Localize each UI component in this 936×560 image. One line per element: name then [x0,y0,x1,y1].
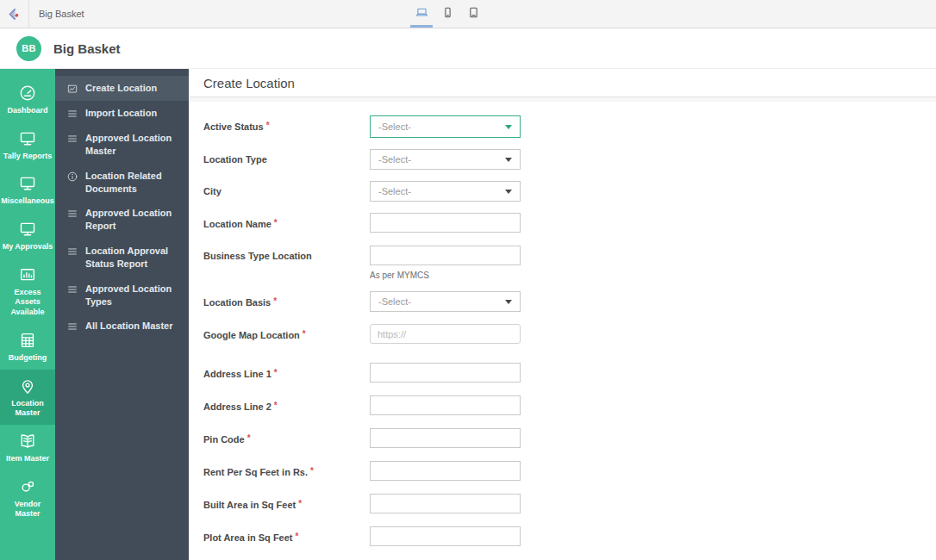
required-asterisk: * [247,433,251,443]
sidebar-item-my-approvals[interactable]: My Approvals [0,213,55,258]
secondary-sidebar: Create LocationImport LocationApproved L… [55,69,189,560]
field-control: -Select- [370,149,521,170]
device-tablet[interactable] [460,0,486,28]
submenu-item-import-location[interactable]: Import Location [55,101,189,126]
caret-down-icon [505,158,512,162]
submenu-item-create-location[interactable]: Create Location [55,76,189,101]
field-label-business-type-location: Business Type Location [203,246,370,266]
top-bar: Big Basket [0,0,936,28]
sidebar-item-label: Dashboard [7,106,47,116]
input-pin-code[interactable] [370,428,521,448]
submenu-item-label: Approved Location Master [85,132,182,158]
chart-board-icon [18,265,37,284]
input-location-name[interactable] [370,213,521,233]
avatar[interactable]: BB [16,36,41,61]
form-row-city: City-Select- [203,181,936,202]
tablet-icon [466,5,481,23]
field-control: -Select- [370,181,521,202]
submenu-item-label: Location Approval Status Report [85,245,182,271]
field-control [370,428,521,448]
field-control [370,494,521,513]
submenu-item-label: Import Location [85,107,157,120]
required-asterisk: * [303,329,306,339]
app-body: DashboardTally ReportsMiscellaneousMy Ap… [0,69,936,560]
select-location-type[interactable]: -Select- [370,149,521,170]
input-business-type-location[interactable] [370,246,521,265]
select-active-status[interactable]: -Select- [370,115,521,138]
book-icon [18,432,37,451]
required-asterisk: * [274,218,278,227]
chevron-logo-icon [6,6,22,22]
select-city[interactable]: -Select- [370,181,521,202]
field-control [370,395,521,415]
form-row-location-type: Location Type-Select- [203,149,936,170]
submenu-item-location-related-documents[interactable]: Location Related Documents [55,164,189,202]
submenu-item-label: All Location Master [85,320,172,333]
laptop-icon [415,5,429,23]
submenu-item-label: Approved Location Report [85,207,182,233]
input-built-area-in-sq-feet[interactable] [370,494,521,513]
sidebar-item-budgeting[interactable]: Budgeting [0,324,55,370]
input-google-map-location[interactable] [370,324,521,344]
sidebar-item-item-master[interactable]: Item Master [0,425,55,470]
field-label-address-line-2: Address Line 2* [203,395,370,417]
sidebar-item-label: Location Master [2,399,53,419]
form-row-active-status: Active Status*-Select- [203,115,936,138]
input-address-line-2[interactable] [370,395,521,415]
sidebar-item-excess-assets-available[interactable]: Excess Assets Available [0,258,55,324]
input-rent-per-sq-feet-in-rs[interactable] [370,461,521,481]
device-preview-switcher [409,0,486,28]
field-label-location-type: Location Type [203,149,370,170]
sidebar-item-miscellaneous[interactable]: Miscellaneous [0,167,55,213]
input-address-line-1[interactable] [370,363,521,383]
vendor-icon [18,477,37,496]
spreadsheet-icon [18,331,37,350]
sidebar-item-tally-reports[interactable]: Tally Reports [0,122,55,168]
submenu-item-all-location-master[interactable]: All Location Master [55,314,189,339]
helper-text: As per MYMCS [370,271,521,280]
form-row-google-map-location: Google Map Location* [203,324,936,345]
sidebar-item-label: Tally Reports [3,152,52,162]
form-row-location-name: Location Name* [203,213,936,234]
app-header: BB Big Basket [0,28,936,69]
monitor-icon [18,220,37,239]
submenu-item-approved-location-master[interactable]: Approved Location Master [55,126,189,164]
field-control: -Select- [370,115,521,138]
submenu-item-approved-location-types[interactable]: Approved Location Types [55,277,189,314]
app-logo[interactable] [0,0,29,28]
required-asterisk: * [296,532,299,541]
field-label-pin-code: Pin Code* [203,428,370,450]
caret-down-icon [505,125,512,129]
select-location-basis[interactable]: -Select- [370,291,521,312]
device-laptop[interactable] [409,0,434,28]
sidebar-item-location-master[interactable]: Location Master [0,370,55,425]
device-phone[interactable] [434,0,460,28]
submenu-item-approved-location-report[interactable]: Approved Location Report [55,201,189,239]
field-label-location-basis: Location Basis* [203,291,370,313]
sidebar-item-dashboard[interactable]: Dashboard [0,77,55,122]
sidebar-item-label: Vendor Master [2,500,53,520]
required-asterisk: * [310,466,314,476]
primary-sidebar: DashboardTally ReportsMiscellaneousMy Ap… [0,69,55,560]
input-plot-area-in-sq-feet[interactable] [370,526,521,546]
select-value: -Select- [378,296,411,307]
list-icon [66,320,78,333]
field-label-google-map-location: Google Map Location* [203,324,370,345]
content-header: Create Location [189,69,936,97]
field-control [370,213,521,233]
field-label-city: City [203,181,370,202]
sidebar-item-label: Budgeting [9,353,47,364]
form-row-plot-area-in-sq-feet: Plot Area in Sq Feet* [203,526,936,548]
sidebar-item-label: Miscellaneous [1,196,54,207]
monitor-icon [18,129,37,148]
sidebar-item-label: My Approvals [3,242,53,252]
field-label-plot-area-in-sq-feet: Plot Area in Sq Feet* [203,526,370,548]
form-row-address-line-2: Address Line 2* [203,395,936,417]
list-icon [66,246,78,258]
sidebar-item-vendor-master[interactable]: Vendor Master [0,470,55,526]
form-row-business-type-location: Business Type LocationAs per MYMCS [203,246,936,280]
sidebar-item-label: Excess Assets Available [2,288,53,318]
submenu-item-location-approval-status-report[interactable]: Location Approval Status Report [55,239,189,277]
form-row-pin-code: Pin Code* [203,428,936,450]
required-asterisk: * [274,368,278,377]
